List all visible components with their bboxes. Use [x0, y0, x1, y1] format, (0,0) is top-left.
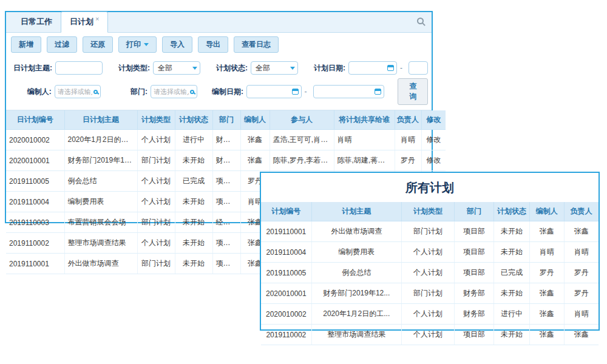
search-icon[interactable]: [93, 90, 98, 94]
plan-id-cell: 2019110002: [261, 325, 311, 345]
compile-date-to-input[interactable]: [316, 86, 374, 97]
owner-header[interactable]: 负责人: [564, 202, 599, 221]
department-cell: 项目部: [455, 221, 494, 242]
restore-button[interactable]: 还原: [83, 36, 113, 53]
owner-cell[interactable]: 肖晴: [395, 130, 421, 150]
share-with-cell: 陈菲,胡建,蒋德帆,...: [334, 150, 395, 171]
plan-status-label: 计划状态:: [200, 63, 248, 73]
modify-link-header[interactable]: 修改: [421, 110, 446, 130]
plan-subject-cell[interactable]: 编制费用表: [64, 192, 137, 212]
add-button[interactable]: 新增: [11, 36, 41, 53]
plan-subject-cell[interactable]: 布置营销展会会场: [64, 212, 137, 233]
modify-link-cell[interactable]: 修改: [421, 130, 446, 150]
plan-id-cell: 2019110001: [261, 221, 311, 242]
tab-daily-plan[interactable]: 日计划×: [61, 12, 108, 33]
plan-subject-cell[interactable]: 例会总结: [64, 171, 137, 192]
plan-status-cell: 已完成: [175, 171, 212, 192]
table-row[interactable]: 2019110005例会总结个人计划项目部已完成罗丹罗丹: [261, 263, 599, 283]
plan-subject-header[interactable]: 日计划主题: [64, 110, 137, 130]
table-row[interactable]: 2019110004编制费用表个人计划项目部未开始肖晴肖晴: [261, 242, 599, 263]
plan-type-cell: 部门计划: [137, 150, 175, 171]
table-row[interactable]: 20200100022020年1月2日的工...个人计划财务部进行中张鑫肖晴: [261, 304, 599, 325]
table-row[interactable]: 2020010001财务部门2019年12月的...部门计划未开始财务部张鑫陈菲…: [6, 150, 446, 171]
compiler-header[interactable]: 编制人: [529, 202, 564, 221]
share-with-header[interactable]: 将计划共享给谁: [334, 110, 395, 130]
query-button[interactable]: 查询: [398, 78, 428, 105]
compiler-header[interactable]: 编制人: [240, 110, 270, 130]
dept-input[interactable]: [154, 86, 189, 97]
plan-type-cell: 部门计划: [401, 221, 454, 242]
plan-type-cell: 个人计划: [401, 242, 454, 263]
plan-status-cell: 未开始: [175, 233, 212, 254]
key-search-icon[interactable]: [417, 18, 426, 26]
plan-id-cell: 2020010002: [261, 304, 311, 325]
plan-status-select[interactable]: 全部: [251, 61, 298, 75]
table-row[interactable]: 2019110001外出做市场调查部门计划项目部未开始张鑫张鑫: [261, 221, 599, 242]
plan-subject-cell[interactable]: 2020年1月2日的工作日...: [64, 130, 137, 150]
plan-status-cell: 进行中: [493, 304, 529, 325]
participants-cell: 孟浩,王可可,肖晴,张鑫: [270, 130, 334, 150]
all-plans-window: 所有计划 计划编号计划主题计划类型部门计划状态编制人负责人2019110001外…: [260, 172, 600, 331]
chevron-down-icon: [290, 67, 295, 70]
plan-status-cell: 未开始: [493, 325, 529, 345]
plan-type-select[interactable]: 全部: [153, 61, 200, 75]
plan-subject-header[interactable]: 计划主题: [311, 202, 401, 221]
participants-cell: 陈菲,罗丹,李若若,罗...: [270, 150, 334, 171]
subject-input[interactable]: [58, 62, 100, 73]
plan-id-cell[interactable]: 2019110003: [6, 212, 64, 233]
plan-type-header[interactable]: 计划类型: [137, 110, 175, 130]
table-row[interactable]: 20200100022020年1月2日的工作日...个人计划进行中财务部张鑫孟浩…: [6, 130, 446, 150]
plan-status-header[interactable]: 计划状态: [175, 110, 212, 130]
plan-id-cell[interactable]: 2020010001: [6, 150, 64, 171]
plan-id-header[interactable]: 计划编号: [261, 202, 311, 221]
participants-header[interactable]: 参与人: [270, 110, 334, 130]
tab-label: 日常工作: [21, 17, 52, 26]
department-header[interactable]: 部门: [212, 110, 240, 130]
table-row[interactable]: 2019110002整理市场调查结果个人计划项目部未开始张鑫张鑫: [261, 325, 599, 345]
plan-type-cell: 个人计划: [401, 263, 454, 283]
view-log-button[interactable]: 查看日志: [234, 36, 279, 53]
department-cell: 项目部: [212, 254, 240, 274]
department-header[interactable]: 部门: [455, 202, 494, 221]
search-icon[interactable]: [190, 90, 194, 94]
tab-daily-work[interactable]: 日常工作: [12, 12, 61, 32]
plan-date-to-input[interactable]: [412, 62, 425, 73]
plan-id-cell[interactable]: 2019110004: [6, 192, 64, 212]
plan-subject-cell[interactable]: 整理市场调查结果: [64, 233, 137, 254]
compiler-cell: 张鑫: [529, 304, 564, 325]
plan-date-from-input[interactable]: [351, 62, 386, 73]
plan-id-cell[interactable]: 2019110001: [6, 254, 64, 274]
plan-status-header[interactable]: 计划状态: [493, 202, 529, 221]
plan-id-cell[interactable]: 2019110002: [6, 233, 64, 254]
calendar-icon[interactable]: [292, 89, 299, 95]
plan-subject-cell: 整理市场调查结果: [311, 325, 401, 345]
owner-header[interactable]: 负责人: [395, 110, 421, 130]
plan-subject-cell[interactable]: 财务部门2019年12月的...: [64, 150, 137, 171]
department-cell: 项目部: [455, 242, 494, 263]
plan-subject-cell: 编制费用表: [311, 242, 401, 263]
department-cell: 财务部: [212, 130, 240, 150]
modify-link-cell[interactable]: 修改: [421, 150, 446, 171]
calendar-icon[interactable]: [387, 65, 394, 71]
plan-id-header[interactable]: 日计划编号: [6, 110, 64, 130]
table-row[interactable]: 2020010001财务部门2019年12...部门计划财务部未开始张鑫罗丹: [261, 283, 599, 304]
compile-date-from-input[interactable]: [249, 86, 290, 97]
share-with-cell: 肖晴: [334, 130, 395, 150]
calendar-icon[interactable]: [375, 89, 381, 95]
owner-cell[interactable]: 罗丹: [395, 150, 421, 171]
dept-label: 部门:: [101, 87, 148, 97]
print-button[interactable]: 打印: [118, 36, 157, 53]
compiler-cell: 张鑫: [240, 130, 270, 150]
import-button[interactable]: 导入: [162, 36, 192, 53]
filter-button[interactable]: 过滤: [47, 36, 77, 53]
export-button[interactable]: 导出: [198, 36, 228, 53]
plan-type-header[interactable]: 计划类型: [401, 202, 454, 221]
plan-status-cell: 未开始: [175, 212, 212, 233]
plan-subject-cell[interactable]: 外出做市场调查: [64, 254, 137, 274]
chevron-down-icon: [192, 67, 197, 70]
compiler-input[interactable]: [58, 86, 93, 97]
close-tab-icon[interactable]: ×: [95, 15, 99, 22]
plan-id-cell[interactable]: 2019110005: [6, 171, 64, 192]
department-cell: 财务部: [212, 150, 240, 171]
plan-id-cell[interactable]: 2020010002: [6, 130, 64, 150]
